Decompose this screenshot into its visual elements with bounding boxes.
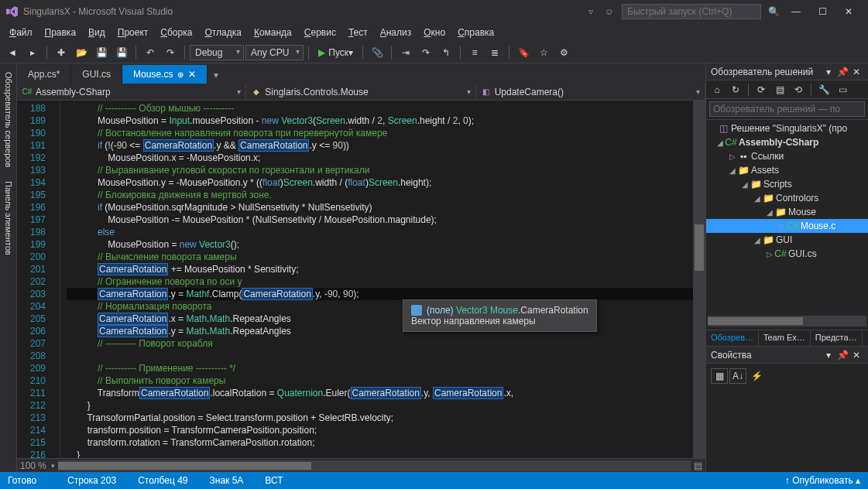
close-button[interactable]: ✕ [835,2,862,21]
categorize-button[interactable]: ▦ [711,368,728,384]
properties-body: ▦ A↓ ⚡ [706,364,868,472]
alpha-button[interactable]: A↓ [729,368,746,384]
menu-окно[interactable]: Окно [417,25,451,40]
refresh-button[interactable]: ⟲ [791,82,806,97]
pin-icon[interactable]: ⊕ [177,70,184,79]
menu-справка[interactable]: Справка [451,25,500,40]
bookmark-button[interactable]: 🔖 [515,44,532,61]
left-tool-strip: Обозреватель серверов Панель элементов [0,63,17,472]
panel-close-button[interactable]: ✕ [849,67,863,77]
publish-button[interactable]: ↑ Опубликовать ▴ [785,475,860,486]
toolbox-tab[interactable]: Панель элементов [2,176,15,261]
file-tab[interactable]: App.cs* [17,65,71,84]
close-icon[interactable]: ✕ [188,69,196,80]
maximize-button[interactable]: ☐ [809,2,835,21]
panel-menu-button[interactable]: ▾ [822,67,835,77]
menu-тест[interactable]: Тест [342,25,374,40]
solution-toolbar: ⌂ ↻ ⟳ ▤ ⟲ 🔧 ▭ [706,80,868,99]
split-button[interactable]: ▤ [694,460,702,471]
status-char: Знак 5А [210,475,244,486]
comment-button[interactable]: ≡ [466,44,483,61]
menu-отладка[interactable]: Отладка [198,25,247,40]
class-combo[interactable]: ◆Singlaris.Controls.Mouse [246,84,475,100]
show-all-button[interactable]: ▤ [772,82,787,97]
minimize-button[interactable]: — [783,2,809,21]
menu-анализ[interactable]: Анализ [374,25,418,40]
csharp-icon: C# [22,87,33,97]
pin-icon[interactable]: 📌 [835,67,849,77]
scope-combo[interactable]: C#Assembly-CSharp [17,84,246,100]
right-tab[interactable]: Предста… [811,330,863,346]
menu-сервис[interactable]: Сервис [298,25,342,40]
preview-button[interactable]: ▭ [835,82,850,97]
solution-explorer-header: Обозреватель решений ▾ 📌 ✕ [706,63,868,80]
panel-menu-button[interactable]: ▾ [822,350,835,361]
panel-close-button[interactable]: ✕ [849,350,863,361]
home-button[interactable]: ⌂ [709,82,725,97]
editor-bottom-bar: 100 %▾ ▤ [17,458,705,472]
properties-title: Свойства [711,350,822,361]
vertical-scrollbar[interactable] [693,101,705,458]
folder-icon: 📁 [750,179,762,190]
step-over-button[interactable]: ↷ [417,44,434,61]
right-tab[interactable]: Обозрев… [706,330,759,346]
events-button[interactable]: ⚡ [748,368,765,384]
sync-button[interactable]: ⟳ [753,82,769,97]
collapse-button[interactable]: ↻ [728,82,743,97]
config-combo[interactable]: Debug [190,45,244,60]
nav-bar: C#Assembly-CSharp ◆Singlaris.Controls.Mo… [17,84,705,101]
statusbar: Готово Строка 203 Столбец 49 Знак 5А ВСТ… [0,472,868,489]
find-button[interactable]: ☆ [535,44,552,61]
menu-команда[interactable]: Команда [248,25,298,40]
horizontal-scrollbar[interactable] [58,460,691,471]
member-combo[interactable]: ◧UpdateCamera() [476,84,705,100]
file-tab[interactable]: Mouse.cs⊕✕ [122,65,208,84]
code-content[interactable]: // ---------- Обзор мышью ---------- Mou… [60,101,693,458]
file-tab[interactable]: GUI.cs [71,65,122,84]
extension-button[interactable]: ⚙ [555,44,572,61]
right-tab[interactable]: Team Ex… [759,330,811,346]
titlebar: SingularisX - Microsoft Visual Studio ▿ … [0,0,868,23]
tree-scrollbar[interactable] [708,316,866,327]
solution-search-input[interactable] [709,101,865,117]
nav-fwd-button[interactable]: ▸ [24,44,41,61]
uncomment-button[interactable]: ≣ [486,44,503,61]
attach-button[interactable]: 📎 [369,44,386,61]
tab-overflow-button[interactable]: ▾ [208,67,225,84]
menu-проект[interactable]: Проект [112,25,155,40]
quick-launch-input[interactable] [622,4,761,19]
step-button[interactable]: ⇥ [397,44,414,61]
menu-файл[interactable]: Файл [3,25,39,40]
undo-button[interactable]: ↶ [142,44,159,61]
references-icon: ▪▪ [737,151,750,162]
right-tabstrip: Обозрев…Team Ex…Предста… [706,330,868,347]
search-icon[interactable]: 🔍 [766,4,781,19]
status-line: Строка 203 [67,475,116,486]
right-panel: Обозреватель решений ▾ 📌 ✕ ⌂ ↻ ⟳ ▤ ⟲ 🔧 ▭… [705,63,868,472]
zoom-combo[interactable]: 100 % [20,460,46,471]
solution-tree[interactable]: ◫Решение "SingularisX" (про ◢C#Assembly-… [706,120,868,316]
method-icon: ◧ [481,87,492,97]
notifications-icon[interactable]: ▿ [583,4,599,19]
line-gutter: 1881891901911921931941951961971981992002… [17,101,60,458]
properties-button[interactable]: 🔧 [816,82,832,97]
cs-file-icon: C# [774,248,787,259]
menu-вид[interactable]: Вид [82,25,112,40]
code-editor[interactable]: 1881891901911921931941951961971981992002… [17,101,705,458]
start-debug-button[interactable]: ▶Пуск ▾ [314,46,358,60]
platform-combo[interactable]: Any CPU [245,45,304,60]
file-tabs: App.cs*GUI.csMouse.cs⊕✕▾ [17,63,705,84]
step-out-button[interactable]: ↰ [437,44,455,61]
save-all-button[interactable]: 💾 [113,44,130,61]
menu-правка[interactable]: Правка [39,25,83,40]
menu-сборка[interactable]: Сборка [154,25,198,40]
redo-button[interactable]: ↷ [162,44,179,61]
pin-icon[interactable]: 📌 [835,350,849,361]
save-button[interactable]: 💾 [93,44,110,61]
open-button[interactable]: 📂 [73,44,90,61]
server-explorer-tab[interactable]: Обозреватель серверов [2,67,15,173]
feedback-icon[interactable]: ☺ [602,4,617,19]
new-project-button[interactable]: ✚ [53,44,70,61]
nav-back-button[interactable]: ◄ [4,44,21,61]
status-ins: ВСТ [265,475,283,486]
